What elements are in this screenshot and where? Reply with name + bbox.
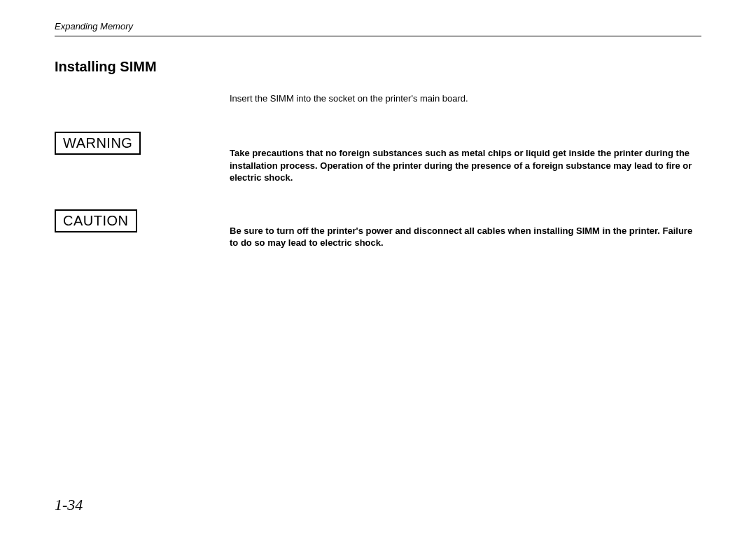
caution-label-col: CAUTION bbox=[55, 209, 230, 232]
document-page: Expanding Memory Installing SIMM Insert … bbox=[0, 0, 756, 283]
caution-label: CAUTION bbox=[55, 209, 137, 232]
intro-text: Insert the SIMM into the socket on the p… bbox=[230, 93, 701, 104]
caution-block: CAUTION Be sure to turn off the printer'… bbox=[55, 209, 701, 249]
caution-text: Be sure to turn off the printer's power … bbox=[230, 225, 701, 249]
warning-label-col: WARNING bbox=[55, 132, 230, 155]
page-header: Expanding Memory bbox=[55, 21, 701, 36]
warning-block: WARNING Take precautions that no foreign… bbox=[55, 132, 701, 184]
section-title: Installing SIMM bbox=[55, 59, 701, 75]
page-number: 1-34 bbox=[55, 496, 83, 514]
chapter-title: Expanding Memory bbox=[55, 21, 133, 32]
warning-text: Take precautions that no foreign substan… bbox=[230, 147, 701, 184]
warning-label: WARNING bbox=[55, 132, 141, 155]
